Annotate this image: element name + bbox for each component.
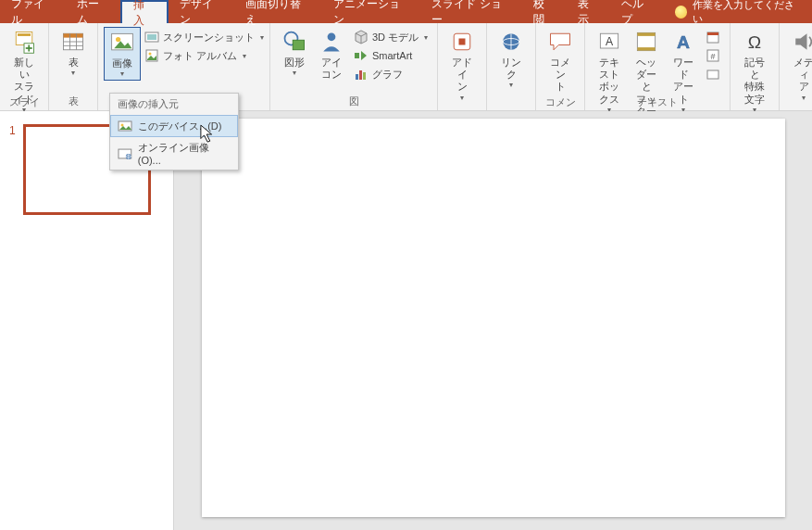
chevron-down-icon: ▾	[71, 69, 75, 77]
screenshot-label: スクリーンショット	[163, 31, 255, 44]
svg-rect-38	[638, 47, 656, 51]
insert-from-device[interactable]: このデバイス...(D)	[110, 115, 238, 137]
picture-button[interactable]: 画像 ▾	[104, 27, 141, 81]
tab-design[interactable]: デザイン	[169, 0, 234, 23]
chevron-down-icon: ▾	[460, 94, 464, 102]
cube-icon	[354, 30, 369, 44]
group-links: リン ク ▾	[487, 23, 536, 110]
chevron-down-icon: ▾	[120, 69, 124, 78]
svg-rect-28	[363, 72, 366, 80]
svg-rect-15	[147, 34, 156, 40]
svg-marker-46	[795, 33, 806, 50]
addins-label: アドイ ン	[447, 57, 477, 94]
text-misc-2[interactable]: #	[704, 47, 722, 64]
menu-bar: ファイル ホーム 挿入 デザイン 画面切り替え アニメーション スライド ショー…	[0, 0, 812, 23]
group-comments: コメン ト コメント	[536, 23, 585, 110]
table-icon	[59, 29, 87, 55]
shapes-button[interactable]: 図形 ▾	[276, 27, 313, 79]
group-illustrations-label: 図	[276, 93, 431, 108]
symbols-button[interactable]: Ω 記号と 特殊文字 ▾	[736, 27, 773, 116]
svg-marker-25	[361, 51, 367, 60]
icons-button[interactable]: アイ コン	[313, 27, 350, 82]
chart-label: グラフ	[372, 68, 403, 82]
dropdown-header: 画像の挿入元	[110, 94, 238, 115]
chevron-down-icon: ▾	[260, 33, 264, 42]
slide-canvas[interactable]	[202, 119, 785, 517]
screenshot-icon	[144, 30, 159, 44]
shapes-icon	[281, 29, 308, 55]
chart-icon	[354, 67, 369, 82]
svg-rect-24	[355, 53, 359, 58]
tell-me-search[interactable]: 作業を入力してください	[666, 0, 812, 23]
chevron-down-icon: ▾	[424, 33, 428, 42]
chevron-down-icon: ▾	[509, 81, 513, 89]
svg-point-17	[149, 53, 152, 56]
tab-insert[interactable]: 挿入	[120, 0, 169, 23]
table-button[interactable]: 表 ▾	[55, 27, 92, 79]
tab-animations[interactable]: アニメーション	[322, 0, 420, 23]
tab-view[interactable]: 表示	[567, 0, 611, 23]
group-media-label	[785, 107, 812, 108]
photo-album-button[interactable]: フォト アルバム ▾	[143, 47, 266, 64]
comment-icon	[546, 29, 574, 55]
tab-review[interactable]: 校閲	[522, 0, 567, 23]
svg-point-21	[328, 32, 336, 41]
group-symbols-label	[736, 107, 773, 108]
group-text-label: テキスト	[591, 94, 724, 109]
group-addins-label	[443, 107, 481, 108]
group-media: メディ ア ▾	[780, 23, 812, 110]
shapes-label: 図形	[284, 57, 305, 69]
chart-button[interactable]: グラフ	[352, 66, 430, 82]
media-button[interactable]: メディ ア ▾	[785, 27, 812, 104]
symbols-label: 記号と 特殊文字	[740, 57, 769, 106]
svg-rect-27	[359, 70, 362, 80]
slide-thumbnail-panel[interactable]: 1	[0, 111, 174, 530]
slide-number-icon: #	[706, 48, 720, 63]
smartart-label: SmartArt	[372, 50, 412, 61]
model3d-button[interactable]: 3D モデル ▾	[352, 29, 430, 45]
svg-rect-30	[459, 39, 466, 45]
header-footer-icon	[632, 29, 660, 55]
screenshot-button[interactable]: スクリーンショット ▾	[143, 29, 266, 45]
tab-slideshow[interactable]: スライド ショー	[420, 0, 522, 23]
text-misc-1[interactable]	[704, 29, 722, 45]
link-icon	[497, 29, 525, 55]
svg-rect-20	[293, 40, 304, 50]
group-tables: 表 ▾ 表	[49, 23, 98, 110]
group-symbols: Ω 記号と 特殊文字 ▾	[731, 23, 780, 110]
svg-point-12	[116, 37, 120, 42]
table-label: 表	[69, 57, 79, 69]
workspace: 1	[0, 111, 812, 530]
svg-rect-26	[356, 74, 358, 80]
text-misc-3[interactable]	[704, 66, 722, 82]
lightbulb-icon	[675, 6, 688, 19]
comment-button[interactable]: コメン ト	[542, 27, 579, 95]
svg-text:A: A	[677, 32, 690, 52]
link-button[interactable]: リン ク ▾	[493, 27, 530, 91]
icons-icon	[318, 29, 345, 55]
addins-button[interactable]: アドイ ン ▾	[443, 27, 481, 104]
addins-icon	[448, 29, 476, 55]
tab-file[interactable]: ファイル	[0, 0, 66, 23]
icons-label: アイ コン	[321, 57, 342, 81]
speaker-icon	[790, 29, 812, 55]
group-text: A テキスト ボックス ▾ ヘッダーと フッター A ワード アート ▾ # テ…	[585, 23, 731, 110]
svg-text:A: A	[606, 35, 614, 48]
online-picture-icon	[118, 146, 132, 161]
svg-rect-1	[18, 33, 31, 36]
insert-online-picture[interactable]: オンライン画像(O)...	[110, 137, 238, 170]
object-icon	[706, 67, 720, 82]
svg-text:Ω: Ω	[748, 32, 761, 52]
insert-online-picture-label: オンライン画像(O)...	[138, 141, 231, 166]
omega-icon: Ω	[741, 29, 768, 55]
tab-transitions[interactable]: 画面切り替え	[234, 0, 322, 23]
svg-rect-41	[707, 32, 718, 35]
tab-help[interactable]: ヘルプ	[610, 0, 665, 23]
slide-canvas-area[interactable]	[174, 111, 812, 530]
smartart-button[interactable]: SmartArt	[352, 47, 430, 64]
tab-home[interactable]: ホーム	[66, 0, 120, 23]
wordart-icon: A	[669, 29, 697, 55]
device-picture-icon	[118, 119, 132, 133]
svg-rect-6	[64, 33, 83, 37]
textbox-icon: A	[595, 29, 623, 55]
